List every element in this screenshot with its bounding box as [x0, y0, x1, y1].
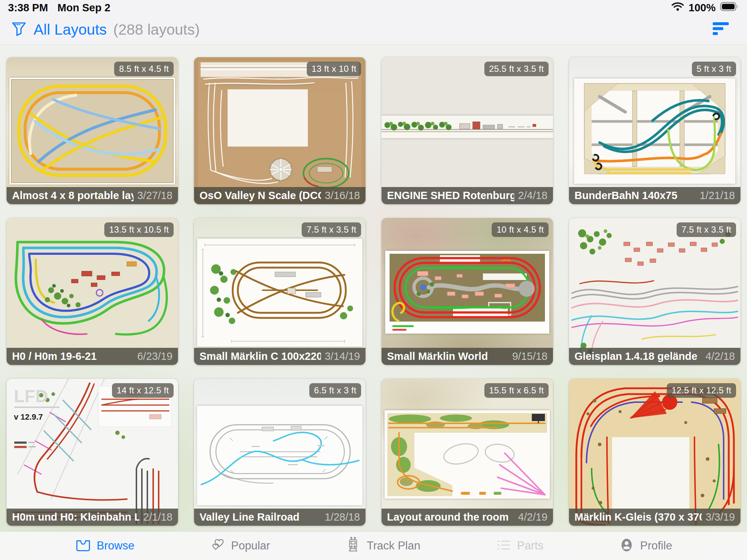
layout-thumbnail: LFD v 12.9.7 — [7, 379, 178, 526]
layout-card[interactable]: 13 ft x 10 ft OsO Valley N Scale (DCC...… — [194, 57, 365, 204]
sort-button[interactable] — [712, 22, 730, 38]
card-info-bar: Märklin K-Gleis (370 x 370) 3/3/19 — [569, 509, 740, 526]
tab-parts[interactable]: Parts — [495, 537, 543, 555]
status-time: 3:38 PM — [8, 2, 48, 14]
card-title: BunderBahN 140x75 — [574, 190, 677, 202]
card-date: 3/16/18 — [325, 190, 360, 202]
size-badge: 7.5 ft x 3.5 ft — [302, 222, 361, 237]
card-title: Almost 4 x 8 portable lay... — [12, 190, 133, 202]
layout-thumbnail — [385, 251, 549, 334]
tab-profile[interactable]: Profile — [618, 537, 672, 555]
layout-thumbnail — [7, 218, 178, 365]
layout-thumbnail — [197, 406, 363, 505]
card-date: 4/2/19 — [518, 511, 547, 523]
tab-label: Profile — [640, 539, 672, 552]
layout-card[interactable]: 6.5 ft x 3 ft Valley Line Railroad 1/28/… — [194, 379, 365, 526]
card-title: Small Märklin World — [387, 350, 488, 362]
person-icon — [618, 537, 635, 555]
layout-thumbnail — [574, 78, 735, 184]
size-badge: 7.5 ft x 3.5 ft — [677, 222, 736, 237]
card-title: Märklin K-Gleis (370 x 370) — [574, 511, 702, 523]
card-date: 3/14/19 — [325, 350, 360, 362]
card-info-bar: Gleisplan 1.4.18 gelände 4/2/18 — [569, 348, 740, 365]
card-info-bar: Small Märklin World 9/15/18 — [382, 348, 553, 365]
card-title: Valley Line Railroad — [200, 511, 299, 523]
size-badge: 12.5 ft x 12.5 ft — [667, 383, 736, 398]
card-date: 6/23/19 — [137, 350, 173, 362]
layout-thumbnail — [569, 218, 740, 365]
battery-icon — [720, 1, 739, 14]
layout-card[interactable]: 7.5 ft x 3.5 ft Gleisplan 1.4.18 gelände… — [569, 218, 740, 365]
layout-card[interactable]: 15.5 ft x 6.5 ft Layout around the room … — [382, 379, 553, 526]
layout-card[interactable]: 25.5 ft x 3.5 ft ENGINE SHED Rotenburg..… — [382, 57, 553, 204]
layout-thumbnail — [569, 379, 740, 526]
layout-thumbnail — [384, 410, 550, 499]
size-badge: 6.5 ft x 3 ft — [309, 383, 361, 398]
card-date: 3/3/19 — [705, 511, 735, 523]
layout-card[interactable]: 5 ft x 3 ft BunderBahN 140x75 1/21/18 — [569, 57, 740, 204]
card-date: 2/1/18 — [143, 511, 173, 523]
card-info-bar: Layout around the room 4/2/19 — [382, 509, 553, 526]
thumbnail-logo-text: LFD — [14, 386, 48, 406]
card-date: 3/27/18 — [137, 190, 173, 202]
thumbnail-version-text: v 12.9.7 — [14, 412, 43, 421]
card-date: 2/4/18 — [518, 190, 547, 202]
card-info-bar: H0m und H0: Kleinbahn L... 2/1/18 — [7, 509, 178, 526]
tab-popular[interactable]: Popular — [209, 537, 270, 555]
card-title: OsO Valley N Scale (DCC... — [200, 190, 321, 202]
layout-card[interactable]: 10 ft x 4.5 ft Small Märklin World 9/15/… — [382, 218, 553, 365]
filter-label: All Layouts — [34, 21, 107, 38]
card-info-bar: BunderBahN 140x75 1/21/18 — [569, 187, 740, 204]
card-date: 9/15/18 — [512, 350, 547, 362]
layout-card[interactable]: 8.5 ft x 4.5 ft Almost 4 x 8 portable la… — [7, 57, 178, 204]
card-info-bar: OsO Valley N Scale (DCC... 3/16/18 — [194, 187, 365, 204]
hearts-icon — [209, 537, 226, 555]
wifi-icon — [671, 1, 684, 14]
card-info-bar: ENGINE SHED Rotenburg... 2/4/18 — [382, 187, 553, 204]
tab-label: Track Plan — [367, 539, 420, 552]
tab-bar: Browse Popular Track Plan — [0, 531, 747, 560]
layout-card[interactable]: 13.5 ft x 10.5 ft H0 / H0m 19-6-21 6/23/… — [7, 218, 178, 365]
list-icon — [495, 537, 512, 555]
card-title: H0m und H0: Kleinbahn L... — [12, 511, 139, 523]
size-badge: 10 ft x 4.5 ft — [492, 222, 549, 237]
card-title: ENGINE SHED Rotenburg... — [387, 190, 514, 202]
card-title: Gleisplan 1.4.18 gelände — [574, 350, 697, 362]
card-info-bar: Small Märklin C 100x220 3/14/19 — [194, 348, 365, 365]
card-info-bar: Almost 4 x 8 portable lay... 3/27/18 — [7, 187, 178, 204]
layout-card[interactable]: 7.5 ft x 3.5 ft Small Märklin C 100x220 … — [194, 218, 365, 365]
status-date: Mon Sep 2 — [58, 2, 111, 14]
card-date: 1/21/18 — [700, 190, 735, 202]
size-badge: 13 ft x 10 ft — [307, 62, 361, 76]
layout-thumbnail — [382, 116, 553, 138]
size-badge: 8.5 ft x 4.5 ft — [114, 62, 174, 76]
tab-label: Popular — [231, 539, 270, 552]
card-title: Layout around the room — [387, 511, 509, 523]
status-bar: 3:38 PM Mon Sep 2 100% — [0, 0, 747, 15]
size-badge: 5 ft x 3 ft — [692, 62, 736, 76]
layout-card[interactable]: LFD v 12.9.7 14 ft x 12.5 ft H0m und H0:… — [7, 379, 178, 526]
sort-lines-icon — [712, 22, 730, 38]
battery-percent: 100% — [689, 2, 716, 14]
card-info-bar: H0 / H0m 19-6-21 6/23/19 — [7, 348, 178, 365]
tab-track-plan[interactable]: Track Plan — [345, 537, 420, 555]
top-chrome: 3:38 PM Mon Sep 2 100% All Layouts (288 … — [0, 0, 747, 44]
size-badge: 15.5 ft x 6.5 ft — [484, 383, 549, 398]
tab-label: Parts — [517, 539, 543, 552]
tray-icon — [75, 537, 92, 555]
card-title: H0 / H0m 19-6-21 — [12, 350, 97, 362]
layout-thumbnail — [194, 57, 365, 204]
size-badge: 25.5 ft x 3.5 ft — [484, 62, 549, 76]
card-date: 1/28/18 — [325, 511, 360, 523]
filter-button[interactable]: All Layouts — [10, 20, 107, 39]
funnel-icon — [10, 20, 28, 39]
layout-card[interactable]: 12.5 ft x 12.5 ft Märklin K-Gleis (370 x… — [569, 379, 740, 526]
size-badge: 13.5 ft x 10.5 ft — [104, 222, 174, 237]
layout-count: (288 layouts) — [113, 21, 200, 38]
header: All Layouts (288 layouts) — [0, 15, 747, 44]
layout-thumbnail — [9, 78, 175, 184]
size-badge: 14 ft x 12.5 ft — [112, 383, 174, 398]
tab-browse[interactable]: Browse — [75, 537, 134, 555]
card-title: Small Märklin C 100x220 — [200, 350, 321, 362]
layout-grid: 8.5 ft x 4.5 ft Almost 4 x 8 portable la… — [7, 57, 740, 526]
